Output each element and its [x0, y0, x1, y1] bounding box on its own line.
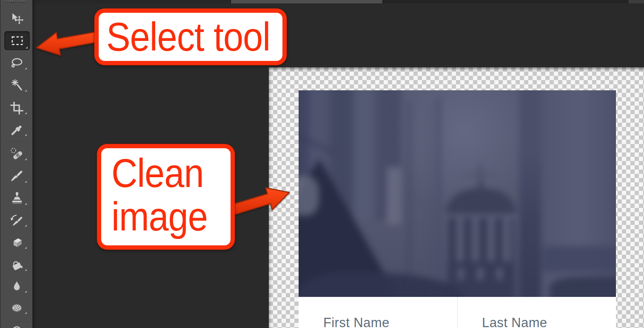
hero-image[interactable]: [299, 90, 616, 297]
photoshop-window: First Name Last Name Select tool Clean i…: [0, 0, 644, 328]
form-panel: First Name Last Name: [299, 297, 616, 328]
blur-drop-icon: [10, 279, 24, 293]
healing-brush-icon: [10, 147, 24, 161]
tool-magic-wand-button[interactable]: [1, 76, 32, 95]
eyedropper-icon: [10, 123, 24, 137]
panel-grip-handle[interactable]: [4, 0, 26, 3]
tool-eraser-button[interactable]: [1, 233, 32, 252]
tool-group-divider: [4, 322, 30, 322]
flyout-triangle-icon: [25, 89, 27, 92]
tool-blur-button[interactable]: [1, 277, 32, 296]
tool-clone-stamp-button[interactable]: [1, 189, 32, 208]
flyout-triangle-icon: [25, 112, 27, 114]
flyout-triangle-icon: [25, 181, 27, 183]
tool-rectangular-marquee-button[interactable]: [4, 31, 30, 50]
tool-move-button[interactable]: [1, 10, 32, 29]
flyout-triangle-icon: [25, 269, 27, 271]
paint-bucket-icon: [10, 258, 24, 272]
brush-tool-icon: [10, 170, 24, 184]
magic-wand-icon: [10, 78, 24, 92]
tool-sponge-button[interactable]: [1, 298, 32, 317]
flyout-triangle-icon: [25, 134, 27, 136]
tool-healing-brush-button[interactable]: [1, 144, 32, 163]
tab-bar-area: [33, 0, 231, 3]
clean-image-callout: Clean image: [97, 144, 235, 250]
clean-image-callout-line2: image: [111, 195, 208, 239]
move-tool-icon: [10, 12, 24, 26]
tool-paint-bucket-button[interactable]: [1, 255, 32, 274]
hero-image-art: [299, 90, 616, 297]
document-tab-bar: [33, 0, 644, 3]
flyout-triangle-icon: [25, 224, 27, 227]
history-brush-icon: [10, 213, 24, 227]
flyout-triangle-icon: [25, 203, 27, 205]
tool-eyedropper-button[interactable]: [1, 120, 32, 139]
tool-brush-button[interactable]: [1, 167, 32, 186]
lasso-tool-icon: [10, 56, 24, 70]
column-divider: [457, 297, 458, 328]
crop-tool-icon: [10, 101, 24, 115]
last-name-label: Last Name: [482, 315, 547, 328]
flyout-triangle-icon: [25, 312, 27, 314]
document-tab-active[interactable]: [231, 0, 383, 3]
clean-image-arrow: [228, 183, 296, 219]
select-tool-callout: Select tool: [94, 9, 287, 65]
clean-image-callout-line1: Clean: [111, 152, 204, 195]
tool-lasso-button[interactable]: [1, 54, 32, 72]
flyout-triangle-icon: [25, 158, 27, 160]
tools-panel: [0, 0, 33, 328]
tool-history-brush-button[interactable]: [1, 211, 32, 230]
sponge-tool-icon: [10, 301, 24, 315]
tool-crop-button[interactable]: [1, 98, 32, 117]
flyout-triangle-icon: [25, 67, 27, 69]
tool-group-divider: [4, 142, 30, 142]
clone-stamp-icon: [10, 192, 24, 206]
tool-partial-cutoff[interactable]: [1, 325, 32, 328]
eraser-tool-icon: [10, 236, 24, 250]
marquee-select-icon: [10, 34, 24, 48]
select-tool-callout-text: Select tool: [106, 15, 270, 59]
flyout-triangle-icon: [26, 46, 28, 49]
first-name-label: First Name: [323, 315, 390, 328]
tab-bar-area: [383, 0, 628, 3]
tab-bar-area: [628, 0, 644, 3]
flyout-triangle-icon: [25, 291, 27, 293]
flyout-triangle-icon: [25, 247, 27, 249]
